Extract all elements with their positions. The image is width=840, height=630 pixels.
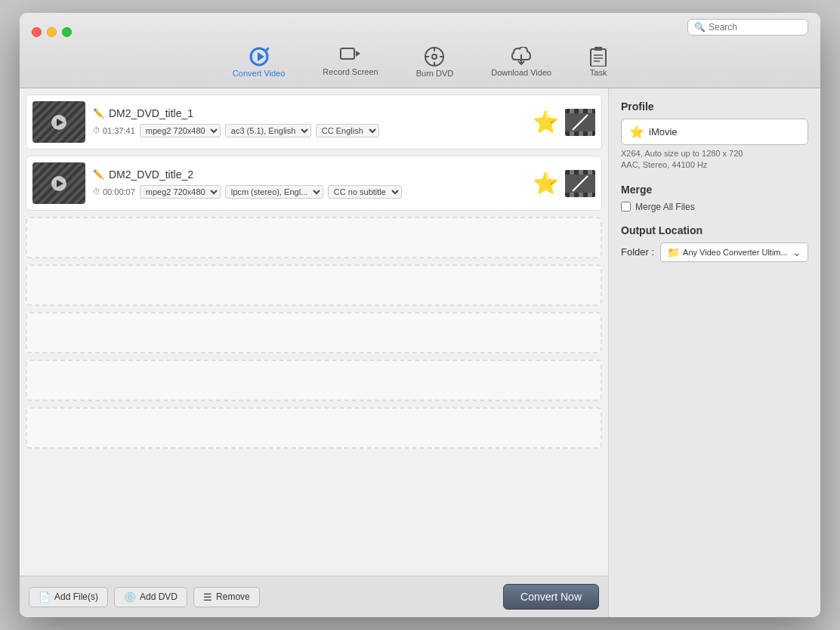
merge-all-label: Merge All Files: [635, 202, 695, 212]
file-info-1: ✏️ DM2_DVD_title_1 ⏱ 01:37:41 mpeg2 720x…: [93, 107, 525, 137]
add-files-icon: 📄: [39, 591, 51, 603]
video-codec-select-2[interactable]: mpeg2 720x480: [140, 185, 221, 199]
empty-slot-5: [26, 407, 602, 449]
thumbnail-1: [32, 101, 85, 143]
download-video-icon: [511, 47, 532, 66]
toolbar: Convert Video Record Screen: [20, 42, 820, 84]
remove-icon: ☰: [203, 591, 212, 603]
file-actions-1: ⭐: [533, 109, 595, 136]
film-icon-2[interactable]: [565, 170, 595, 197]
subtitle-select-1[interactable]: CC English: [316, 124, 379, 137]
edit-icon-2[interactable]: ✏️: [93, 169, 104, 180]
subtitle-select-2[interactable]: CC no subtitle: [328, 185, 402, 199]
film-diag-2: [571, 174, 589, 193]
record-screen-label: Record Screen: [323, 67, 378, 76]
burn-dvd-label: Burn DVD: [416, 69, 454, 78]
minimize-button[interactable]: [47, 27, 57, 37]
clock-icon-1: ⏱: [93, 126, 100, 134]
star-icon-1[interactable]: ⭐: [533, 112, 559, 133]
maximize-button[interactable]: [62, 27, 72, 37]
convert-video-label: Convert Video: [233, 69, 286, 78]
file-list: ✏️ DM2_DVD_title_1 ⏱ 01:37:41 mpeg2 720x…: [20, 88, 608, 576]
toolbar-item-record-screen[interactable]: Record Screen: [323, 48, 378, 76]
output-section: Output Location Folder : 📁 Any Video Con…: [621, 224, 808, 262]
remove-label: Remove: [216, 591, 250, 602]
play-button-1[interactable]: [51, 115, 66, 130]
folder-chevron-icon: ⌄: [792, 246, 801, 258]
file-name-1: DM2_DVD_title_1: [109, 107, 193, 119]
profile-title: Profile: [621, 100, 808, 113]
empty-slot-3: [26, 312, 602, 354]
convert-now-button[interactable]: Convert Now: [503, 584, 599, 610]
left-panel: ✏️ DM2_DVD_title_1 ⏱ 01:37:41 mpeg2 720x…: [20, 88, 609, 617]
svg-marker-1: [258, 52, 264, 61]
audio-codec-select-1[interactable]: ac3 (5.1), English: [225, 124, 311, 137]
folder-row: Folder : 📁 Any Video Converter Ultim... …: [621, 242, 808, 262]
audio-codec-select-2[interactable]: lpcm (stereo), Engl...: [225, 185, 323, 199]
file-item-1[interactable]: ✏️ DM2_DVD_title_1 ⏱ 01:37:41 mpeg2 720x…: [26, 94, 602, 150]
record-screen-icon: [340, 48, 361, 66]
file-info-2: ✏️ DM2_DVD_title_2 ⏱ 00:00:07 mpeg2 720x…: [93, 168, 525, 199]
thumbnail-2: [32, 162, 85, 204]
profile-star-icon: ⭐: [629, 125, 644, 139]
toolbar-item-convert-video[interactable]: Convert Video: [233, 46, 286, 78]
merge-title: Merge: [621, 184, 808, 196]
folder-icon: 📁: [667, 246, 680, 258]
video-codec-select-1[interactable]: mpeg2 720x480: [140, 124, 221, 137]
svg-point-6: [432, 54, 437, 59]
empty-slot-1: [26, 217, 602, 258]
add-files-button[interactable]: 📄 Add File(s): [29, 587, 108, 607]
file-name-row-1: ✏️ DM2_DVD_title_1: [93, 107, 525, 119]
empty-slot-2: [26, 264, 602, 306]
svg-marker-4: [356, 51, 360, 57]
titlebar: 🔍 Convert Video Reco: [20, 13, 820, 88]
toolbar-item-download-video[interactable]: Download Video: [491, 47, 551, 77]
search-box[interactable]: 🔍: [687, 19, 808, 36]
file-name-row-2: ✏️ DM2_DVD_title_2: [93, 168, 525, 181]
svg-line-18: [573, 176, 588, 191]
folder-label: Folder :: [621, 246, 654, 258]
folder-select-button[interactable]: 📁 Any Video Converter Ultim... ⌄: [660, 242, 808, 262]
close-button[interactable]: [32, 27, 42, 37]
empty-slot-4: [26, 360, 602, 401]
search-icon: 🔍: [694, 22, 706, 32]
right-panel: Profile ⭐ iMovie X264, Auto size up to 1…: [609, 88, 820, 617]
task-label: Task: [590, 68, 607, 77]
profile-section: Profile ⭐ iMovie X264, Auto size up to 1…: [621, 100, 808, 171]
merge-section: Merge Merge All Files: [621, 184, 808, 212]
titlebar-top: 🔍: [20, 13, 820, 42]
search-input[interactable]: [709, 22, 801, 32]
edit-icon-1[interactable]: ✏️: [93, 108, 104, 119]
star-icon-2[interactable]: ⭐: [533, 173, 559, 194]
toolbar-item-task[interactable]: Task: [589, 47, 607, 77]
merge-all-checkbox[interactable]: [621, 202, 631, 212]
add-dvd-icon: 💿: [124, 591, 136, 603]
main-content: ✏️ DM2_DVD_title_1 ⏱ 01:37:41 mpeg2 720x…: [20, 88, 820, 617]
traffic-lights: [32, 27, 72, 37]
duration-1: ⏱ 01:37:41: [93, 126, 135, 135]
file-actions-2: ⭐: [533, 170, 595, 197]
bottom-toolbar: 📄 Add File(s) 💿 Add DVD ☰ Remove Convert…: [20, 576, 608, 617]
task-icon: [589, 47, 607, 66]
output-location-title: Output Location: [621, 224, 808, 236]
svg-rect-3: [341, 48, 354, 59]
download-video-label: Download Video: [491, 68, 551, 77]
remove-button[interactable]: ☰ Remove: [193, 587, 260, 607]
film-icon-1[interactable]: [565, 109, 595, 136]
svg-line-17: [573, 115, 588, 130]
play-button-2[interactable]: [51, 176, 66, 191]
file-item-2[interactable]: ✏️ DM2_DVD_title_2 ⏱ 00:00:07 mpeg2 720x…: [26, 156, 602, 211]
profile-name: iMovie: [649, 126, 678, 137]
burn-dvd-icon: [424, 46, 445, 67]
profile-desc: X264, Auto size up to 1280 x 720AAC, Ste…: [621, 148, 808, 171]
film-diag-1: [571, 113, 589, 131]
profile-select-button[interactable]: ⭐ iMovie: [621, 119, 808, 145]
file-name-2: DM2_DVD_title_2: [109, 168, 193, 181]
clock-icon-2: ⏱: [93, 187, 100, 196]
folder-name: Any Video Converter Ultim...: [683, 248, 789, 257]
merge-checkbox-row: Merge All Files: [621, 202, 808, 212]
add-dvd-button[interactable]: 💿 Add DVD: [114, 587, 187, 607]
toolbar-item-burn-dvd[interactable]: Burn DVD: [416, 46, 454, 78]
play-triangle-2: [57, 180, 63, 187]
convert-video-icon: [249, 46, 270, 67]
